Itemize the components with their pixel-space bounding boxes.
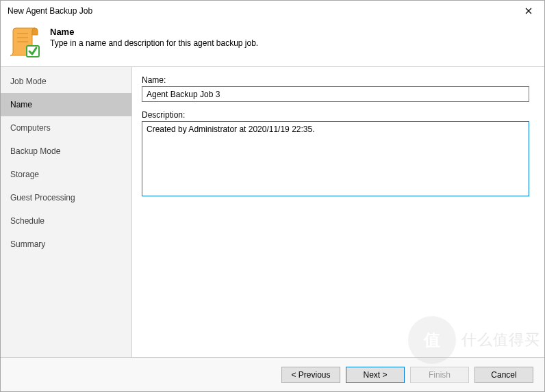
window-title: New Agent Backup Job — [8, 6, 92, 16]
name-input[interactable] — [142, 86, 529, 102]
sidebar-item-label: Storage — [10, 170, 39, 179]
finish-button: Finish — [410, 367, 469, 383]
sidebar-item-storage[interactable]: Storage — [1, 163, 131, 186]
sidebar-item-summary[interactable]: Summary — [1, 233, 131, 256]
wizard-dialog: New Agent Backup Job Name Type in a name… — [0, 0, 545, 392]
name-field-group: Name: — [142, 75, 529, 102]
name-label: Name: — [142, 75, 529, 85]
next-button[interactable]: Next > — [346, 367, 405, 383]
sidebar-item-label: Schedule — [10, 216, 45, 226]
wizard-body: Job Mode Name Computers Backup Mode Stor… — [1, 66, 544, 357]
description-textarea[interactable] — [142, 121, 529, 196]
sidebar-item-label: Summary — [10, 239, 45, 249]
sidebar-item-label: Job Mode — [10, 77, 47, 86]
header-text-block: Name Type in a name and description for … — [50, 25, 258, 48]
description-label: Description: — [142, 110, 529, 120]
sidebar-item-guest-processing[interactable]: Guest Processing — [1, 186, 131, 209]
step-sidebar: Job Mode Name Computers Backup Mode Stor… — [1, 67, 132, 357]
cancel-button[interactable]: Cancel — [474, 367, 533, 383]
sidebar-item-backup-mode[interactable]: Backup Mode — [1, 140, 131, 163]
wizard-footer: < Previous Next > Finish Cancel — [1, 357, 544, 391]
previous-button[interactable]: < Previous — [281, 367, 340, 383]
description-field-group: Description: — [142, 110, 529, 199]
sidebar-item-schedule[interactable]: Schedule — [1, 209, 131, 233]
sidebar-item-name[interactable]: Name — [1, 93, 131, 116]
sidebar-item-label: Guest Processing — [10, 193, 75, 202]
sidebar-item-job-mode[interactable]: Job Mode — [1, 70, 131, 93]
header-description: Type in a name and description for this … — [50, 38, 258, 48]
sidebar-item-label: Computers — [10, 123, 51, 133]
sidebar-item-label: Name — [10, 100, 32, 109]
header-title: Name — [50, 27, 258, 37]
wizard-header: Name Type in a name and description for … — [1, 21, 544, 66]
content-panel: Name: Description: — [132, 67, 544, 357]
close-icon — [525, 5, 532, 16]
close-button[interactable] — [513, 1, 544, 21]
scroll-document-icon — [9, 25, 42, 58]
sidebar-item-label: Backup Mode — [10, 146, 60, 156]
sidebar-item-computers[interactable]: Computers — [1, 116, 131, 140]
title-bar: New Agent Backup Job — [1, 1, 544, 21]
